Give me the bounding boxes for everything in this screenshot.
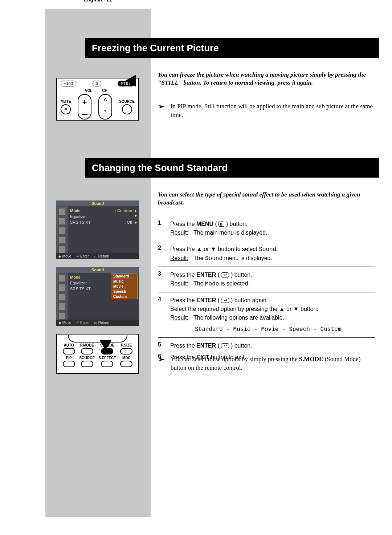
t-bold: ENTER [196,343,216,349]
osd-picture-icon [59,208,65,215]
osd-key: Equalizer [70,281,87,285]
t: or [285,306,293,312]
t: Press the [170,272,196,278]
step-num: 5 [158,341,170,350]
enter-icon [221,298,229,303]
ch-down-icon [104,109,107,116]
t-bold: ENTER [196,297,216,303]
t: is selected. [219,280,249,287]
t: . [276,246,278,252]
steps-list: 1 Press the MENU ( Ⅲ ) button. Result: T… [158,216,375,365]
t: ( [213,221,219,227]
osd-option-music[interactable]: Music [111,279,137,284]
vol-rocker[interactable]: + [78,94,91,119]
section1-title: Freezing the Current Picture [85,38,379,58]
osd-title: Sound [56,200,139,206]
label-vol: VOL [85,89,93,93]
chevron-right-icon [135,210,137,212]
remote-btn-plus100[interactable]: +100 [61,81,76,86]
ch-rocker[interactable] [98,94,112,119]
section2-intro: You can select the type of special sound… [158,191,375,207]
label-ch: CH [102,89,107,93]
osd-setup-icon [59,303,65,310]
osd-row-mode[interactable]: Mode : Custom [70,208,137,214]
osd-key: Equalizer [70,214,87,219]
osd-key: Mode [70,275,81,279]
osd-option-speech[interactable]: Speech [111,289,137,294]
osd-row-srs[interactable]: SRS TS XT : Off [70,219,137,225]
result-label: Result: [170,255,188,261]
osd-option-movie[interactable]: Movie [111,284,137,289]
osd-input-icon [59,313,65,319]
options-list: Standard - Music - Movie - Speech - Cust… [195,325,375,334]
t: ) button. [224,221,247,227]
result-label: Result: [170,315,188,321]
osd-title: Sound [56,267,139,273]
t-mono: Sound [259,246,276,253]
ch-up-icon [104,97,107,104]
osd-option-custom[interactable]: Custom [111,294,137,299]
t: Press the [170,297,196,303]
remote-btn-pmode[interactable]: P.MODE [79,343,95,354]
section2-title: Changing the Sound Standard [85,158,379,178]
osd-main: Mode : Custom Equalizer SRS TS XT [68,206,139,253]
osd-icon-strip [56,206,68,253]
t: ) button again. [229,297,268,303]
t: button to select [216,246,259,252]
remote-btn-mdc[interactable]: MDC [120,356,133,367]
osd-sound-icon [59,284,65,291]
remote-btn-pip[interactable]: PIP [62,356,75,367]
t: Press the [170,246,196,252]
step-num: 4 [158,296,170,334]
result-label: Result: [170,280,188,287]
t: Select the required option by pressing t… [170,306,279,312]
t: ( [216,272,221,278]
osd-timer-icon [59,294,65,300]
osd-foot-move: ◆ Move [58,254,71,258]
remote-btn-seffect[interactable]: S.EFFECT [98,356,116,367]
t: The [193,280,205,287]
result-text: The main menu is displayed. [193,230,268,236]
page-footer: English - 22 [45,0,151,3]
t-bold: S.MODE [299,356,323,362]
t: ) button. [229,272,252,278]
osd-mode-dropdown[interactable]: Standard Music Movie Speech Custom [111,273,138,299]
label-mute: MUTE [61,100,71,104]
remote-btn-psize[interactable]: P.SIZE [120,343,133,354]
enter-icon [221,272,229,277]
down-icon [293,306,299,312]
osd-timer-icon [59,227,65,234]
osd-key: Mode [70,208,81,213]
figure-remote-bottom: AUTO P.MODE S.MODE P.SIZE PIP SOURCE S.E… [56,334,139,374]
note1-text: In PIP mode, Still function will be appl… [171,103,373,118]
section1-intro: You can freeze the picture when watching… [158,71,375,87]
osd-foot-enter: ⏎ Enter [76,321,89,325]
result-text: The following options are available. [193,315,284,321]
step-num: 2 [158,245,170,263]
step-5: 5 Press the ENTER ( ) button. [158,337,375,352]
osd-row-equalizer[interactable]: Equalizer [70,214,137,219]
osd-icon-strip [56,273,68,320]
remote-curve [68,335,127,343]
remote-btn-0[interactable]: 0 [93,81,101,86]
step-1: 1 Press the MENU ( Ⅲ ) button. Result: T… [158,216,375,241]
mute-button[interactable]: ✕ [61,104,71,114]
t: The [193,255,205,261]
osd-key: SRS TS XT [70,220,91,224]
remote-btn-source2[interactable]: SOURCE [79,356,95,367]
osd-val: : Off [124,220,132,224]
t: ) button. [229,343,252,349]
mute-icon: ✕ [64,107,68,112]
step-num: 3 [158,271,170,288]
t-bold: MENU [196,221,213,227]
figure-remote-top: +100 0 STILL VOL CH MUTE ✕ + [56,78,139,121]
t: ( [216,297,221,303]
source-button[interactable] [122,104,132,114]
down-icon [211,246,216,252]
remote-btn-auto[interactable]: AUTO [62,343,75,354]
osd-picture-icon [59,275,65,281]
osd-foot-return: ▭ Return [94,321,109,325]
step-2: 2 Press the or button to select Sound. R… [158,241,375,267]
osd-option-standard[interactable]: Standard [111,274,137,279]
label-source: SOURCE [119,100,135,104]
